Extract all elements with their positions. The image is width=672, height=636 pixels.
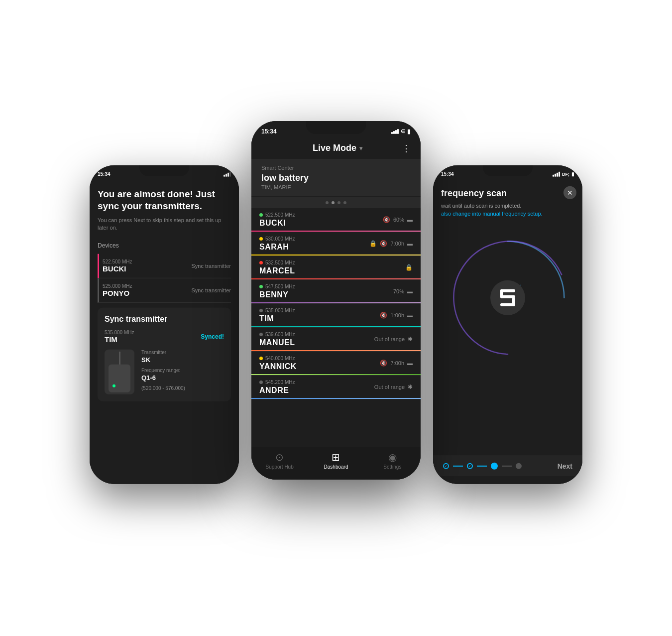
signal-bars xyxy=(224,171,231,176)
freq-range-value: Q1-6 xyxy=(141,374,224,381)
device-row-bucki[interactable]: 522.500 MHz BUCKI Sync transmitter xyxy=(98,254,231,278)
andre-out-of-range: Out of range xyxy=(374,384,405,390)
smart-center-banner: Smart Center low battery TIM, MARIE xyxy=(251,159,421,196)
center-phone-notch xyxy=(306,121,366,134)
benny-battery-icon: ▬ xyxy=(407,288,413,294)
step-dots xyxy=(443,462,522,469)
more-icon[interactable]: ⋮ xyxy=(402,143,411,154)
ponyo-name: PONYO xyxy=(103,288,192,297)
tim-freq: 535.000 MHz xyxy=(105,329,134,335)
close-button[interactable]: ✕ xyxy=(563,186,576,199)
channel-bucki[interactable]: 522.500 MHz BUCKI 🔇 60% ▬ xyxy=(251,208,421,232)
bucki-freq: 522.500 MHz xyxy=(103,258,192,264)
bucki-mute-icon: 🔇 xyxy=(383,216,390,223)
bucki-sync-btn[interactable]: Sync transmitter xyxy=(192,262,231,268)
benny-channel-name: BENNY xyxy=(259,290,413,299)
channel-manuel[interactable]: 539.600 MHz MANUEL Out of range ✱ xyxy=(251,328,421,352)
channel-benny[interactable]: 547.500 MHz BENNY 70% ▬ xyxy=(251,280,421,304)
center-phone-screen: Live Mode ▾ ⋮ Smart Center low battery T… xyxy=(251,139,421,480)
yannick-meta: 🔇 7:00h ▬ xyxy=(380,360,413,367)
center-status-icons: ∈ ▮ xyxy=(391,128,411,135)
transmitter-info: Transmitter SK Frequency range: Q1-6 (52… xyxy=(141,349,224,391)
manuel-status-dot xyxy=(259,333,263,336)
benny-meta: 70% ▬ xyxy=(393,288,413,294)
nav-support-hub[interactable]: ⊙ Support Hub xyxy=(251,451,308,470)
sync-title: You are almost done! Just sync your tran… xyxy=(98,188,231,212)
bucki-status-dot xyxy=(259,213,263,217)
center-phone: 15:34 ∈ ▮ Live Mode ▾ ⋮ xyxy=(251,121,421,480)
right-status-icons: DF; ▮ xyxy=(553,171,574,177)
dot-1 xyxy=(326,201,329,204)
bucki-battery-icon: ▬ xyxy=(407,217,413,223)
left-phone-time: 15:34 xyxy=(98,171,111,177)
nav-dashboard[interactable]: ⊞ Dashboard xyxy=(308,451,364,470)
manuel-out-of-range: Out of range xyxy=(374,336,405,342)
bottom-nav: ⊙ Support Hub ⊞ Dashboard ◉ Settings xyxy=(251,447,421,480)
sync-device-entry-tim: 535.000 MHz TIM Synced! xyxy=(105,329,224,343)
channel-marcel[interactable]: 532.500 MHz MARCEL 🔒 xyxy=(251,256,421,280)
step-nav: Next xyxy=(433,455,582,476)
center-phone-time: 15:34 xyxy=(261,128,277,135)
channel-sarah[interactable]: 530.000 MHz SARAH 🔒 🔇 7:00h ▬ xyxy=(251,232,421,256)
tim-meta: 🔇 1:00h ▬ xyxy=(380,312,413,319)
support-hub-icon: ⊙ xyxy=(275,451,284,463)
sarah-status-dot xyxy=(259,237,263,241)
yannick-status-dot xyxy=(259,357,263,360)
dot-2 xyxy=(332,201,335,204)
dashboard-icon: ⊞ xyxy=(332,451,340,463)
sync-card-title: Sync transmitter xyxy=(105,314,224,323)
channel-list: 522.500 MHz BUCKI 🔇 60% ▬ 530.000 MHz xyxy=(251,208,421,447)
scan-desc: wait until auto scan is completed. also … xyxy=(441,201,574,218)
live-mode-title: Live Mode ▾ xyxy=(313,143,362,153)
dot-4 xyxy=(343,201,346,204)
scan-desc-link[interactable]: also change into manual frequency setup. xyxy=(441,211,543,217)
sync-subtitle: You can press Next to skip this step and… xyxy=(98,217,231,232)
marcel-channel-name: MARCEL xyxy=(259,266,413,275)
step-line-3 xyxy=(502,465,512,466)
ponyo-freq: 525.000 MHz xyxy=(103,283,192,288)
tim-mute-icon: 🔇 xyxy=(380,312,387,319)
left-phone-notch xyxy=(139,165,189,176)
smart-center-label: Smart Center xyxy=(261,165,411,171)
live-mode-header: Live Mode ▾ ⋮ xyxy=(251,139,421,159)
device-row-ponyo[interactable]: 525.000 MHz PONYO Sync transmitter xyxy=(98,278,231,302)
right-battery-icon: ▮ xyxy=(571,171,574,177)
channel-andre[interactable]: 545.200 MHz ANDRE Out of range ✱ xyxy=(251,376,421,399)
dashboard-label: Dashboard xyxy=(324,464,348,470)
bucki-name: BUCKI xyxy=(103,264,192,272)
step-3 xyxy=(491,462,498,469)
scan-title: frequency scan xyxy=(441,188,574,198)
freq-range-sub: (520.000 - 576.000) xyxy=(141,385,224,390)
sarah-battery-icon: ▬ xyxy=(407,241,413,247)
sennheiser-logo xyxy=(490,280,525,315)
dropdown-arrow-icon[interactable]: ▾ xyxy=(359,145,362,152)
channel-yannick[interactable]: 540.000 MHz YANNICK 🔇 7:00h ▬ xyxy=(251,352,421,376)
yannick-battery-icon: ▬ xyxy=(407,360,413,366)
marcel-lock-icon: 🔒 xyxy=(405,264,413,271)
next-button[interactable]: Next xyxy=(558,462,572,470)
sarah-lock-icon: 🔒 xyxy=(369,240,377,247)
right-phone-time: 15:34 xyxy=(441,171,454,177)
tim-time: 1:00h xyxy=(390,312,404,318)
transmitter-body xyxy=(109,364,130,392)
live-mode-text: Live Mode xyxy=(313,143,356,153)
andre-status-dot xyxy=(259,381,263,384)
scan-desc-1: wait until auto scan is completed. xyxy=(441,202,521,208)
ponyo-sync-btn[interactable]: Sync transmitter xyxy=(192,287,231,293)
marcel-freq: 532.500 MHz xyxy=(259,260,413,265)
manuel-bt-icon: ✱ xyxy=(408,336,413,343)
channel-tim[interactable]: 535.000 MHz TIM 🔇 1:00h ▬ xyxy=(251,304,421,328)
transmitter-label: Transmitter xyxy=(141,349,224,355)
left-phone-screen: You are almost done! Just sync your tran… xyxy=(90,180,239,484)
freq-range-label: Frequency range: xyxy=(141,367,224,373)
marcel-meta: 🔒 xyxy=(405,264,413,271)
benny-status-dot xyxy=(259,285,263,288)
sarah-mute-icon: 🔇 xyxy=(380,240,387,247)
nav-settings[interactable]: ◉ Settings xyxy=(364,451,421,470)
step-line-1 xyxy=(453,465,463,466)
phones-container: 15:34 You are almost done! Just sync you… xyxy=(62,44,610,592)
right-phone: 15:34 DF; ▮ ✕ frequency scan wait until … xyxy=(433,165,582,484)
tim-status-dot xyxy=(259,309,263,312)
right-wifi-icon: DF; xyxy=(562,171,569,176)
bucki-meta: 🔇 60% ▬ xyxy=(383,216,413,223)
